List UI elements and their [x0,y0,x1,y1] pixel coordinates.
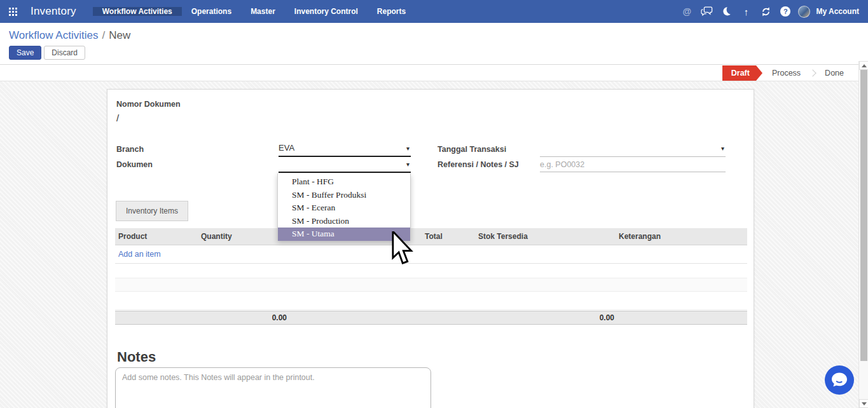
add-an-item-link[interactable]: Add an item [115,250,161,259]
empty-row [115,264,747,278]
table-footer-row: 0.00 0.00 [115,311,747,325]
inventory-items-table: Product Quantity Total Stok Tersedia Ket… [115,228,747,325]
breadcrumb-current: New [109,29,130,41]
menu-item-workflow-activities[interactable]: Workflow Activities [93,7,182,16]
table-header-row: Product Quantity Total Stok Tersedia Ket… [115,228,747,245]
menu-item-master[interactable]: Master [241,7,285,16]
main-content: Nomor Dokumen / Branch EVA ▾ Dokumen ▾ T… [0,81,858,408]
referensi-field-wrap [540,158,726,172]
dropdown-option-sm-eceran[interactable]: SM - Eceran [278,201,410,215]
refresh-icon[interactable] [759,4,773,18]
scrollbar-thumb[interactable] [860,70,867,361]
stok-tersedia-total: 0.00 [476,313,616,322]
nomor-dokumen-value: / [116,112,119,123]
branch-select[interactable]: EVA ▾ [279,143,411,157]
save-button[interactable]: Save [9,46,41,60]
menu-item-operations[interactable]: Operations [182,7,241,16]
status-draft[interactable]: Draft [722,65,756,81]
menu-item-reports[interactable]: Reports [368,7,415,16]
branch-label: Branch [116,145,144,154]
dropdown-option-sm-buffer-produksi[interactable]: SM - Buffer Produksi [278,189,410,202]
user-avatar[interactable] [798,6,810,18]
col-header-quantity: Quantity [198,232,289,241]
caret-down-icon: ▾ [721,145,724,152]
menu-item-inventory-control[interactable]: Inventory Control [285,7,368,16]
vertical-scrollbar[interactable] [858,61,868,408]
dropdown-option-sm-production[interactable]: SM - Production [278,215,410,228]
apps-grid-icon[interactable] [0,0,25,23]
empty-row [115,278,747,292]
triangle-up-icon [862,64,867,67]
caret-down-icon: ▾ [406,145,410,152]
dokumen-label: Dokumen [116,160,153,169]
dropdown-option-sm-utama[interactable]: SM - Utama [278,228,410,241]
discard-button[interactable]: Discard [44,46,85,60]
col-header-keterangan: Keterangan [616,232,747,241]
referensi-input[interactable] [540,158,726,171]
app-title: Inventory [25,5,93,18]
dropdown-option-plant-hfg[interactable]: Plant - HFG [278,175,410,189]
nomor-dokumen-label: Nomor Dokumen [116,100,181,109]
statusbar: Draft Process Done [722,65,852,81]
top-navbar: Inventory Workflow Activities Operations… [0,0,868,23]
referensi-label: Referensi / Notes / SJ [437,160,519,169]
dokumen-select[interactable]: ▾ [279,159,411,173]
status-done[interactable]: Done [816,65,852,81]
dark-mode-moon-icon[interactable] [719,4,733,18]
status-process[interactable]: Process [764,65,809,81]
notes-textarea[interactable] [115,367,431,408]
chat-support-button[interactable] [825,365,854,395]
main-menu: Workflow Activities Operations Master In… [93,7,415,16]
empty-row [115,292,747,310]
quantity-total: 0.00 [198,313,289,322]
col-header-stok-tersedia: Stok Tersedia [476,232,616,241]
breadcrumb-parent-link[interactable]: Workflow Activities [9,29,98,41]
add-item-row: Add an item [115,245,747,264]
tanggal-transaksi-label: Tanggal Transaksi [437,145,506,154]
chat-bubble-icon [825,365,854,395]
my-account-button[interactable]: My Account [816,7,859,16]
scroll-down-button[interactable] [859,399,868,408]
mentions-icon[interactable]: @ [680,4,694,18]
scroll-up-button[interactable] [859,61,868,70]
col-header-total: Total [422,232,476,241]
help-icon[interactable]: ? [778,4,792,18]
triangle-down-icon [862,402,867,405]
form-sheet: Nomor Dokumen / Branch EVA ▾ Dokumen ▾ T… [107,89,754,408]
status-band: Draft Process Done [0,64,858,81]
messages-icon[interactable] [699,4,713,18]
control-panel: Workflow Activities/New Save Discard [0,23,868,64]
tab-inventory-items[interactable]: Inventory Items [116,201,188,221]
breadcrumb: Workflow Activities/New [9,29,130,42]
dokumen-dropdown-menu: Plant - HFG SM - Buffer Produksi SM - Ec… [277,173,411,241]
notes-heading: Notes [117,349,156,365]
branch-value: EVA [279,143,294,153]
upload-arrow-icon[interactable]: ↑ [739,4,753,18]
tanggal-transaksi-select[interactable]: ▾ [540,143,726,157]
col-header-product: Product [115,232,198,241]
breadcrumb-separator: / [98,29,109,41]
status-chevron-icon [809,69,816,76]
caret-down-icon: ▾ [406,161,410,168]
